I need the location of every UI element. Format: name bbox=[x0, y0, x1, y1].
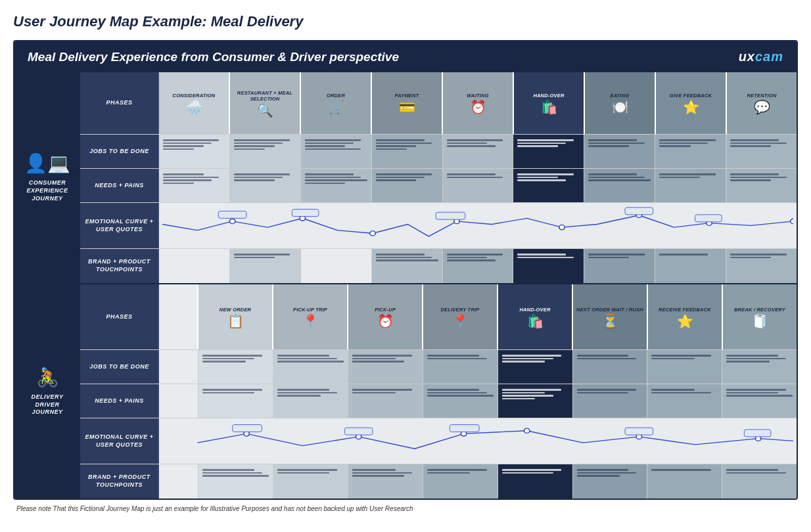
consumer-curve-area bbox=[159, 203, 797, 248]
svg-point-0 bbox=[229, 219, 235, 223]
drv-ph-label-7: RECEIVE FEEDBACK bbox=[659, 307, 711, 313]
header-subtitle: Meal Delivery Experience from Consumer &… bbox=[28, 50, 399, 64]
brand-cell-4 bbox=[372, 249, 443, 283]
drv-ph-label-1: NEW ORDER bbox=[220, 307, 251, 313]
driver-phase-break: BREAK / RECOVERY 🧻 bbox=[723, 284, 797, 349]
needs-cell-8 bbox=[655, 169, 726, 202]
needs-cell-5 bbox=[443, 169, 514, 202]
driver-needs-row: NEEDS + PAINS bbox=[80, 384, 797, 418]
ph-icon-7: 🍽️ bbox=[612, 100, 628, 114]
bottom-note: Please note That this Fictional Journey … bbox=[13, 505, 798, 512]
driver-needs-label: NEEDS + PAINS bbox=[80, 384, 159, 418]
ph-icon-8: ⭐ bbox=[683, 100, 699, 114]
drv-jobs-cell-1 bbox=[198, 350, 273, 384]
driver-needs-cells bbox=[159, 384, 797, 418]
driver-brand-cells bbox=[159, 464, 797, 499]
driver-phase-deliverytrip: DELIVERY TRIP 📍 bbox=[423, 284, 498, 349]
drv-brand-cell-3 bbox=[348, 464, 423, 499]
jobs-cell-6 bbox=[513, 135, 584, 168]
driver-phase-nextorder: NEXT ORDER WAIT / RUSH ⏳ bbox=[573, 284, 648, 349]
svg-rect-21 bbox=[450, 425, 479, 432]
consumer-jobs-label: JOBS TO BE DONE bbox=[80, 135, 159, 168]
drv-ph-label-5: HAND-OVER bbox=[519, 307, 550, 313]
needs-cell-3 bbox=[301, 169, 372, 202]
svg-rect-10 bbox=[436, 212, 465, 219]
drv-needs-cell-5 bbox=[498, 384, 573, 418]
brand-cell-8 bbox=[655, 249, 726, 283]
drv-needs-cell-1 bbox=[198, 384, 273, 418]
drv-needs-cell-8 bbox=[722, 384, 797, 418]
phase-feedback-c: GIVE FEEDBACK ⭐ bbox=[656, 72, 727, 134]
jobs-cell-3 bbox=[301, 135, 372, 168]
driver-icon: 🚴 bbox=[36, 366, 59, 388]
brand-cell-1 bbox=[159, 249, 230, 283]
consumer-section-label: 👤💻 CONSUMER EXPERIENCE JOURNEY bbox=[14, 72, 80, 283]
svg-rect-23 bbox=[744, 430, 771, 437]
phase-payment: PAYMENT 💳 bbox=[372, 72, 443, 134]
driver-phase-neworder: NEW ORDER 📋 bbox=[198, 284, 273, 349]
drv-jobs-cell-4 bbox=[423, 350, 498, 384]
driver-curve-row: EMOTIONAL CURVE + USER QUOTES bbox=[80, 418, 797, 464]
drv-ph-label-2: PICK-UP TRIP bbox=[293, 307, 327, 313]
driver-phase-pickup: PICK-UP ⏰ bbox=[348, 284, 423, 349]
ph-icon-4: 💳 bbox=[399, 100, 415, 114]
jobs-cell-8 bbox=[655, 135, 726, 168]
drv-ph-icon-5: 🛍️ bbox=[527, 315, 544, 328]
drv-needs-cell-4 bbox=[423, 384, 498, 418]
driver-curve-area bbox=[159, 418, 797, 464]
drv-jobs-cell-2 bbox=[273, 350, 348, 384]
svg-rect-12 bbox=[695, 215, 722, 222]
needs-cell-1 bbox=[159, 169, 230, 202]
consumer-jobs-row: JOBS TO BE DONE bbox=[80, 135, 797, 169]
consumer-icon: 👤💻 bbox=[24, 152, 70, 174]
drv-brand-cell-5 bbox=[498, 464, 573, 499]
brand-cell-9 bbox=[726, 249, 797, 283]
consumer-phases-cells: CONSIDERATION 🌧️ RESTAURANT + MEAL SELEC… bbox=[159, 72, 797, 134]
ph-label-8: GIVE FEEDBACK bbox=[670, 93, 712, 99]
jobs-cell-2 bbox=[230, 135, 301, 168]
svg-point-7 bbox=[791, 219, 793, 223]
drv-ph-icon-7: ⭐ bbox=[677, 315, 693, 328]
drv-brand-cell-4 bbox=[423, 464, 498, 499]
drv-jobs-cell-6 bbox=[573, 350, 648, 384]
drv-needs-cell-6 bbox=[573, 384, 648, 418]
consumer-needs-cells bbox=[159, 169, 797, 202]
consumer-curve-row: EMOTIONAL CURVE + USER QUOTES bbox=[80, 203, 797, 249]
ph-icon-9: 💬 bbox=[754, 100, 770, 114]
phase-waiting: WAITING ⏰ bbox=[443, 72, 514, 134]
brand-cell-2 bbox=[230, 249, 301, 283]
header-bar: Meal Delivery Experience from Consumer &… bbox=[14, 41, 797, 72]
ph-icon-5: ⏰ bbox=[470, 100, 486, 114]
drv-brand-cell-7 bbox=[647, 464, 722, 499]
consumer-rows: PHASES CONSIDERATION 🌧️ RESTAURANT + MEA… bbox=[80, 72, 797, 283]
driver-section-label: 🚴 DELIVERY DRIVER JOURNEY bbox=[14, 284, 80, 499]
drv-needs-cell-3 bbox=[348, 384, 423, 418]
needs-cell-4 bbox=[372, 169, 443, 202]
driver-jobs-label: JOBS TO BE DONE bbox=[80, 350, 159, 384]
consumer-needs-row: NEEDS + PAINS bbox=[80, 169, 797, 203]
phase-eating: EATING 🍽️ bbox=[585, 72, 656, 134]
ph-label-1: CONSIDERATION bbox=[173, 93, 216, 99]
drv-brand-cell-1 bbox=[198, 464, 273, 499]
driver-section: 🚴 DELIVERY DRIVER JOURNEY PHASES NEW ORD… bbox=[14, 284, 797, 499]
drv-needs-cell-2 bbox=[273, 384, 348, 418]
ph-label-9: RETENTION bbox=[747, 93, 776, 99]
svg-rect-22 bbox=[625, 428, 653, 435]
driver-label-text: DELIVERY DRIVER JOURNEY bbox=[21, 393, 74, 416]
drv-ph-icon-4: 📍 bbox=[452, 315, 469, 328]
phase-consideration: CONSIDERATION 🌧️ bbox=[159, 72, 230, 134]
jobs-cell-5 bbox=[443, 135, 514, 168]
ph-icon-6: 🛍️ bbox=[541, 100, 557, 114]
drv-jobs-empty bbox=[159, 350, 198, 384]
ph-label-7: EATING bbox=[611, 93, 630, 99]
svg-point-4 bbox=[559, 225, 565, 229]
driver-jobs-cells bbox=[159, 350, 797, 384]
consumer-brand-label: BRAND + PRODUCT TOUCHPOINTS bbox=[80, 249, 159, 283]
needs-cell-6 bbox=[513, 169, 584, 202]
consumer-curve-label: EMOTIONAL CURVE + USER QUOTES bbox=[80, 203, 159, 248]
drv-jobs-cell-3 bbox=[348, 350, 423, 384]
ph-label-4: PAYMENT bbox=[395, 93, 419, 99]
brand-cell-7 bbox=[584, 249, 655, 283]
svg-rect-20 bbox=[344, 428, 373, 435]
driver-phase-pickuptrip: PICK-UP TRIP 📍 bbox=[273, 284, 348, 349]
